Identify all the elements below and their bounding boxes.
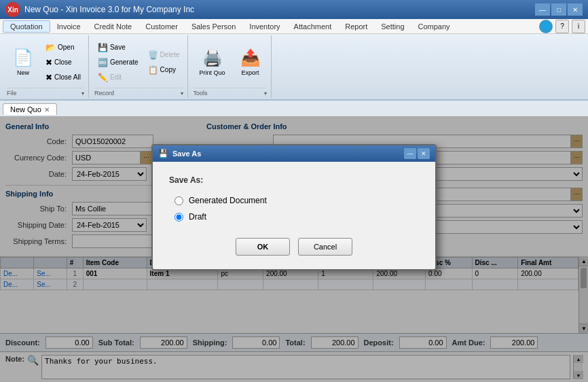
edit-button[interactable]: ✏️ Edit [94, 71, 142, 84]
title-bar-left: Xin New Quo - Xin Invoice 3.0 for My Com… [5, 2, 194, 17]
modal-titlebar: 💾 Save As — ✕ [153, 145, 435, 162]
menu-report[interactable]: Report [338, 21, 374, 32]
record-group-label: Record ▾ [94, 88, 183, 97]
draft-label: Draft [189, 212, 206, 222]
menu-inventory[interactable]: Inventory [242, 21, 287, 32]
generated-document-radio[interactable] [174, 196, 183, 205]
ribbon: 📄 New 📂 Open ✖ Close ✖ Close All File [0, 34, 588, 101]
export-icon: 📤 [240, 48, 261, 67]
tools-expand-icon[interactable]: ▾ [264, 90, 267, 97]
export-button[interactable]: 📤 Export [234, 38, 267, 87]
draft-radio[interactable] [174, 213, 183, 222]
tab-close-icon[interactable]: ✕ [44, 106, 50, 114]
modal-minimize-button[interactable]: — [404, 148, 416, 159]
ribbon-record-col1: 💾 Save 🔤 Generate ✏️ Edit [94, 41, 142, 84]
menu-invoice[interactable]: Invoice [50, 21, 88, 32]
record-expand-icon[interactable]: ▾ [181, 90, 183, 97]
ribbon-group-tools: 🖨️ Print Quo 📤 Export Tools ▾ [189, 35, 272, 98]
tab-new-quo[interactable]: New Quo ✕ [3, 103, 57, 115]
modal-buttons: OK Cancel [169, 238, 419, 256]
window-controls[interactable]: — □ ✕ [535, 3, 583, 16]
generate-icon: 🔤 [98, 58, 108, 67]
main-content: General Info Code: Currency Code: ⋯ Date… [0, 117, 588, 382]
modal-title: Save As [172, 150, 201, 158]
export-label: Export [242, 69, 259, 77]
close-button[interactable]: ✖ Close [42, 56, 84, 69]
window-title: New Quo - Xin Invoice 3.0 for My Company… [24, 5, 194, 14]
generated-document-option[interactable]: Generated Document [174, 196, 419, 205]
menu-bar: Quotation Invoice Credit Note Customer S… [0, 19, 588, 34]
print-quo-button[interactable]: 🖨️ Print Quo [194, 38, 232, 87]
draft-option[interactable]: Draft [174, 212, 419, 222]
new-button[interactable]: 📄 New [7, 38, 39, 87]
info-button[interactable]: i [572, 20, 585, 33]
ribbon-tools-buttons: 🖨️ Print Quo 📤 Export [194, 37, 267, 88]
save-button[interactable]: 💾 Save [94, 41, 142, 54]
modal-title-left: 💾 Save As [158, 149, 201, 158]
cancel-button[interactable]: Cancel [298, 238, 352, 256]
copy-icon: 📋 [148, 65, 158, 75]
menu-company[interactable]: Company [411, 21, 457, 32]
help-button[interactable]: ? [555, 20, 569, 33]
close-all-icon: ✖ [45, 73, 52, 82]
print-quo-label: Print Quo [200, 69, 225, 77]
menu-customer[interactable]: Customer [139, 21, 185, 32]
tab-label: New Quo [10, 105, 41, 114]
ribbon-record-col2: 🗑️ Delete 📋 Copy [145, 48, 183, 77]
ok-button[interactable]: OK [236, 238, 290, 256]
edit-icon: ✏️ [98, 73, 108, 82]
modal-icon: 💾 [158, 149, 168, 158]
file-group-label: File ▾ [7, 88, 84, 97]
globe-icon[interactable]: 🌐 [539, 20, 553, 33]
file-expand-icon[interactable]: ▾ [81, 90, 84, 97]
close-all-button[interactable]: ✖ Close All [42, 71, 84, 84]
tools-group-label: Tools ▾ [194, 88, 267, 97]
delete-icon: 🗑️ [148, 50, 158, 60]
modal-body: Save As: Generated Document Draft OK Can… [153, 162, 435, 269]
close-icon: ✖ [45, 58, 52, 67]
save-icon: 💾 [98, 43, 108, 52]
ribbon-file-buttons: 📄 New 📂 Open ✖ Close ✖ Close All [7, 37, 84, 88]
ribbon-record-buttons: 💾 Save 🔤 Generate ✏️ Edit 🗑️ Delete [94, 37, 183, 88]
save-as-label: Save As: [169, 175, 419, 185]
save-as-modal: 💾 Save As — ✕ Save As: Generated Documen… [151, 144, 437, 271]
delete-button[interactable]: 🗑️ Delete [145, 48, 183, 62]
modal-overlay: 💾 Save As — ✕ Save As: Generated Documen… [0, 117, 588, 382]
generate-button[interactable]: 🔤 Generate [94, 56, 142, 69]
open-icon: 📂 [45, 43, 56, 52]
generated-document-label: Generated Document [189, 196, 267, 205]
new-icon: 📄 [13, 48, 33, 67]
close-window-button[interactable]: ✕ [568, 3, 583, 16]
ribbon-group-file: 📄 New 📂 Open ✖ Close ✖ Close All File [3, 35, 89, 98]
menu-setting[interactable]: Setting [374, 21, 411, 32]
printer-icon: 🖨️ [202, 48, 223, 67]
open-button[interactable]: 📂 Open [42, 41, 84, 54]
ribbon-file-col: 📂 Open ✖ Close ✖ Close All [42, 41, 84, 84]
menu-quotation[interactable]: Quotation [3, 20, 50, 33]
minimize-button[interactable]: — [535, 3, 550, 16]
maximize-button[interactable]: □ [551, 3, 566, 16]
new-label: New [17, 69, 29, 77]
menu-credit-note[interactable]: Credit Note [88, 21, 139, 32]
tab-bar: New Quo ✕ [0, 101, 588, 117]
modal-controls[interactable]: — ✕ [404, 148, 430, 159]
ribbon-group-record: 💾 Save 🔤 Generate ✏️ Edit 🗑️ Delete [90, 35, 188, 98]
app-logo: Xin [5, 2, 20, 17]
copy-button[interactable]: 📋 Copy [145, 63, 183, 77]
menu-attachment[interactable]: Attachment [287, 21, 339, 32]
save-as-options: Generated Document Draft [169, 196, 419, 222]
modal-close-button[interactable]: ✕ [418, 148, 430, 159]
title-bar: Xin New Quo - Xin Invoice 3.0 for My Com… [0, 0, 588, 19]
menu-sales-person[interactable]: Sales Person [185, 21, 242, 32]
